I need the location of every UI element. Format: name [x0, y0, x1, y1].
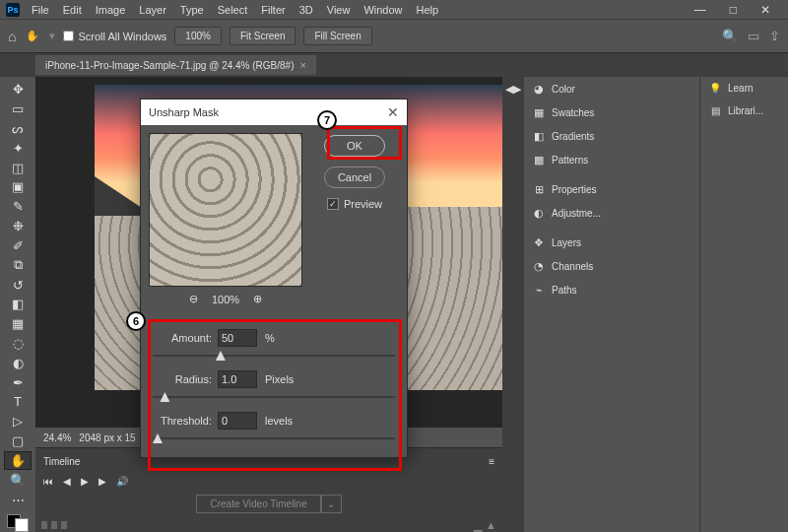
channels-icon: ◔ — [532, 259, 546, 273]
dodge-tool[interactable]: ◐ — [4, 354, 32, 371]
marquee-tool[interactable]: ▭ — [4, 100, 32, 118]
annotation-number-7: 7 — [317, 110, 337, 130]
healing-tool[interactable]: ❉ — [4, 218, 32, 235]
document-tab-strip: iPhone-11-Pro-Image-Sample-71.jpg @ 24.4… — [0, 53, 788, 77]
panel-menu-icon[interactable]: ≡ — [489, 456, 494, 467]
blur-tool[interactable]: ◌ — [4, 335, 32, 353]
gradients-icon: ◧ — [532, 129, 546, 143]
share-icon[interactable]: ⇪ — [769, 29, 780, 43]
color-icon: ◕ — [532, 82, 546, 96]
filter-preview-image[interactable] — [149, 133, 302, 287]
preview-checkbox[interactable]: ✓ Preview — [327, 198, 382, 210]
clone-stamp-tool[interactable]: ⧉ — [4, 256, 32, 274]
paths-icon: ⌁ — [532, 283, 546, 297]
timeline-zoom-in-icon[interactable]: ▲ — [486, 519, 496, 531]
maximize-icon[interactable]: □ — [724, 1, 743, 19]
play-icon[interactable]: ▶ — [81, 476, 89, 487]
checkmark-icon: ✓ — [327, 198, 339, 210]
close-dialog-icon[interactable]: ✕ — [387, 104, 399, 120]
zoom-in-icon[interactable]: ⊕ — [253, 293, 262, 305]
panel-libraries[interactable]: ▤Librari... — [700, 100, 788, 122]
preview-zoom-level: 100% — [212, 294, 239, 305]
foreground-background-colors[interactable] — [7, 514, 29, 532]
tools-panel: ✥ ▭ ᔕ ✦ ◫ ▣ ✎ ❉ ✐ ⧉ ↺ ◧ ▦ ◌ ◐ ✒ T ▷ ▢ ✋ … — [0, 77, 35, 532]
swatches-icon: ▦ — [532, 105, 546, 119]
eraser-tool[interactable]: ◧ — [4, 296, 32, 313]
menu-layer[interactable]: Layer — [133, 2, 172, 18]
lasso-tool[interactable]: ᔕ — [4, 120, 32, 138]
move-tool[interactable]: ✥ — [4, 81, 32, 99]
minimize-icon[interactable]: — — [689, 1, 712, 19]
prev-frame-icon[interactable]: ◀ — [63, 476, 71, 487]
document-tab[interactable]: iPhone-11-Pro-Image-Sample-71.jpg @ 24.4… — [35, 55, 316, 75]
fit-screen-button[interactable]: Fit Screen — [230, 27, 296, 45]
menu-bar: Ps File Edit Image Layer Type Select Fil… — [0, 0, 788, 20]
edit-toolbar-icon[interactable]: ⋯ — [4, 491, 32, 508]
cancel-button[interactable]: Cancel — [324, 166, 385, 188]
next-frame-icon[interactable]: ▶ — [98, 476, 106, 487]
zoom-out-icon[interactable]: ⊖ — [189, 293, 198, 305]
pen-tool[interactable]: ✒ — [4, 373, 32, 391]
layers-icon: ❖ — [532, 235, 546, 249]
type-tool[interactable]: T — [4, 393, 32, 411]
home-icon[interactable]: ⌂ — [8, 29, 16, 44]
hand-tool[interactable]: ✋ — [4, 451, 32, 469]
right-column-2: 💡Learn ▤Librari... — [699, 77, 788, 532]
panel-properties[interactable]: ⊞Properties — [524, 177, 699, 201]
search-icon[interactable]: 🔍 — [722, 29, 738, 43]
menu-image[interactable]: Image — [90, 2, 132, 18]
history-brush-tool[interactable]: ↺ — [4, 276, 32, 294]
panel-adjustments[interactable]: ◐Adjustme... — [524, 201, 699, 225]
patterns-icon: ▩ — [532, 153, 546, 166]
panel-patterns[interactable]: ▩Patterns — [524, 148, 699, 171]
panel-color[interactable]: ◕Color — [524, 77, 699, 100]
panel-paths[interactable]: ⌁Paths — [524, 278, 699, 301]
menu-file[interactable]: File — [26, 2, 55, 18]
background-color[interactable] — [15, 518, 29, 532]
properties-icon: ⊞ — [532, 182, 546, 196]
app-icon: Ps — [6, 3, 20, 17]
annotation-box-7 — [327, 126, 402, 160]
eyedropper-tool[interactable]: ✎ — [4, 198, 32, 216]
adjustments-icon: ◐ — [532, 206, 546, 220]
frame-tool[interactable]: ▣ — [4, 178, 32, 196]
zoom-percent-button[interactable]: 100% — [174, 27, 222, 45]
panel-gradients[interactable]: ◧Gradients — [524, 124, 699, 148]
path-select-tool[interactable]: ▷ — [4, 413, 32, 431]
scroll-all-windows-checkbox[interactable]: Scroll All Windows — [63, 31, 166, 42]
shape-tool[interactable]: ▢ — [4, 432, 32, 450]
crop-tool[interactable]: ◫ — [4, 159, 32, 176]
dock-toggle-icon[interactable]: ◀▶ — [505, 83, 521, 96]
magic-wand-tool[interactable]: ✦ — [4, 139, 32, 157]
panel-swatches[interactable]: ▦Swatches — [524, 100, 699, 124]
timeline-zoom-out-icon[interactable]: ▁ — [474, 519, 482, 532]
fill-screen-button[interactable]: Fill Screen — [303, 27, 371, 45]
menu-type[interactable]: Type — [174, 2, 210, 18]
panel-channels[interactable]: ◔Channels — [524, 254, 699, 278]
audio-icon[interactable]: 🔊 — [116, 476, 128, 487]
workspace-icon[interactable]: ▭ — [748, 29, 759, 43]
panel-layers[interactable]: ❖Layers — [524, 231, 699, 254]
status-zoom[interactable]: 24.4% — [43, 432, 71, 443]
dialog-titlebar[interactable]: Unsharp Mask ✕ — [141, 100, 407, 125]
timeline-dropdown-icon[interactable]: ⌄ — [320, 495, 342, 513]
create-video-timeline-button[interactable]: Create Video Timeline — [196, 495, 322, 513]
menu-3d[interactable]: 3D — [294, 2, 319, 18]
window-controls: — □ ✕ — [689, 1, 782, 19]
gradient-tool[interactable]: ▦ — [4, 315, 32, 333]
menu-filter[interactable]: Filter — [255, 2, 291, 18]
menu-help[interactable]: Help — [411, 2, 445, 18]
close-tab-icon[interactable]: × — [300, 59, 306, 71]
zoom-tool[interactable]: 🔍 — [4, 472, 32, 490]
menu-select[interactable]: Select — [212, 2, 254, 18]
hand-tool-icon[interactable]: ✋ — [24, 28, 41, 45]
goto-first-icon[interactable]: ⏮ — [43, 476, 53, 487]
document-tab-title: iPhone-11-Pro-Image-Sample-71.jpg @ 24.4… — [45, 60, 295, 71]
menu-window[interactable]: Window — [358, 2, 408, 18]
brush-tool[interactable]: ✐ — [4, 237, 32, 255]
panel-learn[interactable]: 💡Learn — [700, 77, 788, 100]
menu-view[interactable]: View — [321, 2, 357, 18]
libraries-icon: ▤ — [708, 105, 722, 116]
menu-edit[interactable]: Edit — [57, 2, 88, 18]
close-window-icon[interactable]: ✕ — [755, 1, 776, 19]
